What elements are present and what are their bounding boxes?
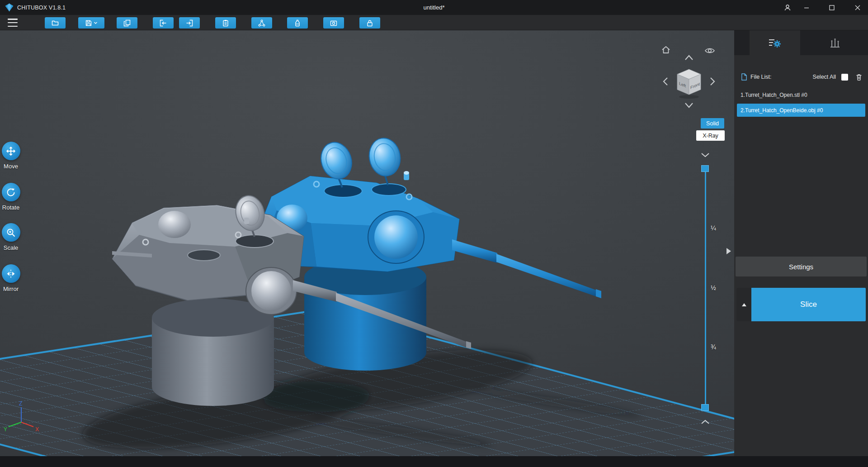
file-list-item-selected[interactable]: 2.Turret_Hatch_OpenBeide.obj #0 [737,104,865,117]
mirror-tool-ball[interactable] [2,264,20,283]
support-pillars-icon [829,38,841,48]
copy-icon [123,19,131,27]
blue-hatch-lid-1 [316,138,356,183]
blue-hatch-lid-2 [366,136,403,179]
rotate-tool-button[interactable]: Rotate [1,183,21,211]
layer-slider-handle-bottom[interactable] [701,404,709,411]
screenshot-icon [330,19,337,27]
right-panel: File List: Select All 1.Turret_Hatch_Ope… [734,30,868,456]
tab-settings[interactable] [750,30,800,55]
slider-label-half: ½ [711,284,716,291]
chitubox-window: CHITUBOX V1.8.1 untitled* [0,0,868,467]
settings-list-icon [768,37,782,49]
rotate-tool-ball[interactable] [2,183,20,201]
resin-button[interactable] [287,17,308,29]
close-icon [855,5,860,10]
slider-label-three-quarter: ¾ [711,343,716,351]
slice-options-expander-button[interactable] [736,288,751,321]
export-button[interactable] [179,17,200,29]
rotate-icon [6,187,16,197]
delete-files-button[interactable] [855,73,863,81]
network-icon [258,19,265,27]
layer-slider-handle-top[interactable] [701,165,709,172]
trash-icon [855,73,863,81]
view-cube[interactable]: Left Front [677,69,701,95]
layer-slider-track[interactable] [705,167,706,407]
rotate-down-arrow-icon[interactable] [685,103,693,107]
clipboard-button[interactable] [215,17,236,29]
rotate-up-arrow-icon[interactable] [685,56,693,60]
model-blue-turret[interactable] [255,136,601,371]
scale-icon [6,228,16,238]
rotate-left-arrow-icon[interactable] [664,78,667,85]
axis-x-label: X [35,426,39,433]
move-tool-button[interactable]: Move [1,142,21,170]
export-icon [186,19,193,27]
slice-button[interactable]: Slice [751,288,866,321]
title-bar: CHITUBOX V1.8.1 untitled* [0,0,868,15]
rotate-tool-label: Rotate [2,204,19,211]
select-all-label: Select All [813,74,836,80]
copy-button[interactable] [117,17,137,29]
rotate-right-arrow-icon[interactable] [711,78,714,85]
user-icon [784,4,791,11]
slider-step-down-button[interactable] [699,151,711,159]
save-icon [85,19,92,27]
axis-z-label: Z [19,400,22,407]
file-document-icon [741,73,747,81]
status-bar [0,456,868,467]
close-button[interactable] [851,2,864,13]
move-tool-label: Move [4,163,18,170]
import-button[interactable] [153,17,174,29]
axis-indicator: Z Y X [2,400,42,433]
slider-label-quarter: ¼ [711,224,716,232]
slice-button-row: Slice [736,288,866,321]
mirror-tool-label: Mirror [3,286,19,292]
chevron-down-icon [700,152,710,157]
network-button[interactable] [251,17,272,29]
import-icon [160,19,167,27]
chevron-up-icon [700,419,710,424]
app-logo-icon [5,3,14,12]
slider-step-up-button[interactable] [699,418,711,426]
mirror-icon [6,269,16,279]
viewport-3d-scene[interactable] [0,30,734,456]
file-list-item[interactable]: 1.Turret_Hatch_Open.stl #0 [734,88,868,101]
resin-icon [294,19,301,27]
viewport[interactable]: Left Front Solid X-Ray ¼ ½ ¾ [0,30,734,456]
file-list-header: File List: Select All [741,72,863,82]
maximize-button[interactable] [826,2,838,13]
save-dropdown-chevron-icon [94,21,98,25]
open-file-button[interactable] [45,17,66,29]
panel-tab-bar [734,30,868,55]
scale-tool-button[interactable]: Scale [1,223,21,251]
render-mode-solid-button[interactable]: Solid [701,118,724,129]
cube-shadow [679,95,699,99]
scale-tool-label: Scale [4,244,19,251]
lock-button[interactable] [359,17,380,29]
axis-y-label: Y [4,426,7,433]
save-button[interactable] [78,17,104,29]
view-cube-widget[interactable]: Left Front [659,52,719,111]
settings-button[interactable]: Settings [736,257,867,276]
minimize-button[interactable] [800,2,813,13]
render-mode-xray-button[interactable]: X-Ray [696,130,725,141]
scale-tool-ball[interactable] [2,223,20,242]
mirror-tool-button[interactable]: Mirror [1,264,21,292]
file-list-label: File List: [750,74,772,80]
panel-collapse-button[interactable] [724,245,734,257]
select-all-checkbox[interactable] [841,74,848,81]
user-account-button[interactable] [781,2,794,13]
maximize-icon [829,5,835,10]
hamburger-menu-button[interactable] [8,19,18,27]
move-icon [6,146,16,156]
screenshot-button[interactable] [323,17,344,29]
tab-support[interactable] [809,30,860,55]
move-tool-ball[interactable] [2,142,20,160]
minimize-icon [804,5,809,10]
main-toolbar [0,15,868,30]
app-title: CHITUBOX V1.8.1 [17,5,66,11]
lock-icon [366,19,373,27]
open-file-icon [52,19,59,27]
clipboard-icon [222,19,229,27]
